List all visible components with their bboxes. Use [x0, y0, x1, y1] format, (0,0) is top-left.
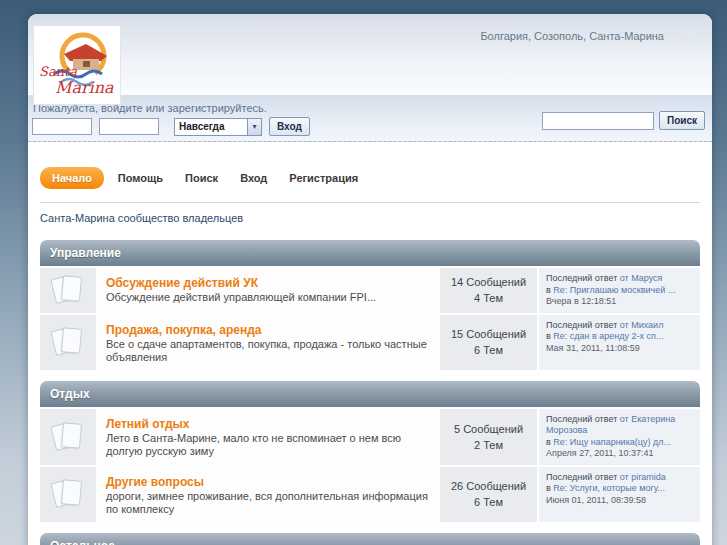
- board-pages-icon: [51, 325, 85, 359]
- header: Santa Marina Болгария, Созополь, Санта-М…: [28, 14, 712, 95]
- board-icon-cell: [40, 315, 96, 370]
- collapse-header-button[interactable]: [680, 27, 698, 45]
- lastpost-label: Последний ответ: [546, 273, 617, 283]
- santa-marina-logo-image: Santa Marina: [34, 26, 120, 104]
- board-posts-count: 5 Сообщений: [454, 421, 523, 437]
- board-title-link[interactable]: Обсуждение действий УК: [106, 276, 258, 290]
- board-lastpost-cell: Последний ответ от Михаил в Re: сдан в а…: [539, 315, 700, 370]
- board-pages-icon: [51, 420, 85, 454]
- user-area: Пожалуйста, войдите или зарегистрируйтес…: [28, 95, 712, 142]
- lastpost-in-label: в: [546, 437, 551, 447]
- board-icon-cell: [40, 467, 96, 522]
- select-dropdown-icon: ▾: [247, 119, 261, 135]
- lastpost-user-link[interactable]: от Михаил: [620, 320, 664, 330]
- board-row: Другие вопросы дороги, зимнее проживание…: [40, 467, 700, 522]
- board-icon-cell: [40, 409, 96, 465]
- lastpost-in-label: в: [546, 483, 551, 493]
- lastpost-date: Июня 01, 2011, 08:39:58: [546, 495, 646, 505]
- board-topics-count: 2 Тем: [474, 437, 503, 453]
- chevron-up-icon: [680, 29, 698, 41]
- board-posts-count: 14 Сообщений: [451, 274, 526, 290]
- board-title-link[interactable]: Продажа, покупка, аренда: [106, 323, 261, 337]
- lastpost-in-label: в: [546, 285, 551, 295]
- board-description: дороги, зимнее проживание, вся дополните…: [106, 490, 430, 516]
- lastpost-topic-link[interactable]: Re: Ищу напарника(цу) дл...: [553, 437, 671, 447]
- board-posts-count: 26 Сообщений: [451, 478, 526, 494]
- board-row: Летний отдых Лето в Санта-Марине, мало к…: [40, 409, 700, 465]
- board-pages-icon: [51, 477, 85, 511]
- board-lastpost-cell: Последний ответ от Екатерина Морозова в …: [539, 409, 700, 465]
- lastpost-label: Последний ответ: [546, 320, 617, 330]
- lastpost-topic-link[interactable]: Re: Услуги, которые могу...: [553, 483, 665, 493]
- nav-item-home[interactable]: Начало: [40, 167, 104, 189]
- lastpost-user-link[interactable]: от Маруся: [620, 273, 663, 283]
- board-pages-icon: [51, 273, 85, 307]
- lastpost-label: Последний ответ: [546, 472, 617, 482]
- lastpost-user-link[interactable]: от piramida: [620, 472, 666, 482]
- board-row: Продажа, покупка, аренда Все о сдаче апа…: [40, 315, 700, 370]
- board-stats-cell: 14 Сообщений 4 Тем: [440, 268, 537, 313]
- site-logo[interactable]: Santa Marina: [33, 25, 121, 105]
- main-navigation: Начало Помощь Поиск Вход Регистрация: [40, 142, 700, 189]
- board-icon-cell: [40, 268, 96, 313]
- search-input[interactable]: [542, 112, 654, 130]
- forum-panel: Santa Marina Болгария, Созополь, Санта-М…: [28, 14, 712, 545]
- board-info-cell: Продажа, покупка, аренда Все о сдаче апа…: [98, 315, 438, 370]
- lastpost-date: Вчера в 12:18:51: [546, 296, 616, 306]
- username-input[interactable]: [32, 118, 92, 135]
- lastpost-date: Мая 31, 2011, 11:08:59: [546, 343, 640, 353]
- board-info-cell: Другие вопросы дороги, зимнее проживание…: [98, 467, 438, 522]
- board-title-link[interactable]: Другие вопросы: [106, 475, 204, 489]
- header-location-text: Болгария, Созополь, Санта-Марина: [480, 30, 664, 42]
- lastpost-topic-link[interactable]: Re: сдан в аренду 2-х сп...: [553, 331, 663, 341]
- board-topics-count: 6 Тем: [474, 342, 503, 358]
- board-topics-count: 4 Тем: [474, 290, 503, 306]
- lastpost-topic-link[interactable]: Re: Приглашаю москвичей ...: [553, 285, 675, 295]
- nav-item-help[interactable]: Помощь: [118, 172, 163, 184]
- board-description: Все о сдаче апартаментов, покупка, прода…: [106, 338, 430, 364]
- board-description: Лето в Санта-Марине, мало кто не вспомин…: [106, 432, 430, 458]
- search-button[interactable]: Поиск: [659, 111, 705, 130]
- board-lastpost-cell: Последний ответ от Маруся в Re: Приглаша…: [539, 268, 700, 313]
- board-stats-cell: 15 Сообщений 6 Тем: [440, 315, 537, 370]
- board-description: Обсуждение действий управляющей компании…: [106, 291, 430, 304]
- category-header-upravlenie: Управление: [40, 240, 700, 266]
- board-lastpost-cell: Последний ответ от piramida в Re: Услуги…: [539, 467, 700, 522]
- board-row: Обсуждение действий УК Обсуждение действ…: [40, 268, 700, 313]
- board-posts-count: 15 Сообщений: [451, 326, 526, 342]
- nav-divider: [40, 202, 700, 203]
- board-info-cell: Летний отдых Лето в Санта-Марине, мало к…: [98, 409, 438, 465]
- category-header-otdyh: Отдых: [40, 381, 700, 407]
- main-content: Начало Помощь Поиск Вход Регистрация Сан…: [28, 142, 712, 545]
- board-topics-count: 6 Тем: [474, 494, 503, 510]
- breadcrumb[interactable]: Санта-Марина сообщество владельцев: [40, 212, 700, 224]
- lastpost-label: Последний ответ: [546, 414, 617, 424]
- board-info-cell: Обсуждение действий УК Обсуждение действ…: [98, 268, 438, 313]
- password-input[interactable]: [99, 118, 159, 135]
- nav-item-login[interactable]: Вход: [240, 172, 267, 184]
- session-length-select[interactable]: Навсегда ▾: [174, 118, 262, 136]
- board-stats-cell: 26 Сообщений 6 Тем: [440, 467, 537, 522]
- page-background: Santa Marina Болгария, Созополь, Санта-М…: [0, 0, 727, 545]
- session-length-value: Навсегда: [175, 121, 247, 132]
- login-button[interactable]: Вход: [269, 117, 310, 136]
- logo-word-santa: Santa: [39, 64, 77, 79]
- nav-item-register[interactable]: Регистрация: [289, 172, 358, 184]
- lastpost-in-label: в: [546, 331, 551, 341]
- category-header-ostalnoe: Остальное: [40, 533, 700, 545]
- board-title-link[interactable]: Летний отдых: [106, 417, 189, 431]
- lastpost-date: Апреля 27, 2011, 10:37:41: [546, 448, 654, 458]
- nav-item-search[interactable]: Поиск: [185, 172, 218, 184]
- logo-word-marina: Marina: [55, 78, 114, 97]
- board-stats-cell: 5 Сообщений 2 Тем: [440, 409, 537, 465]
